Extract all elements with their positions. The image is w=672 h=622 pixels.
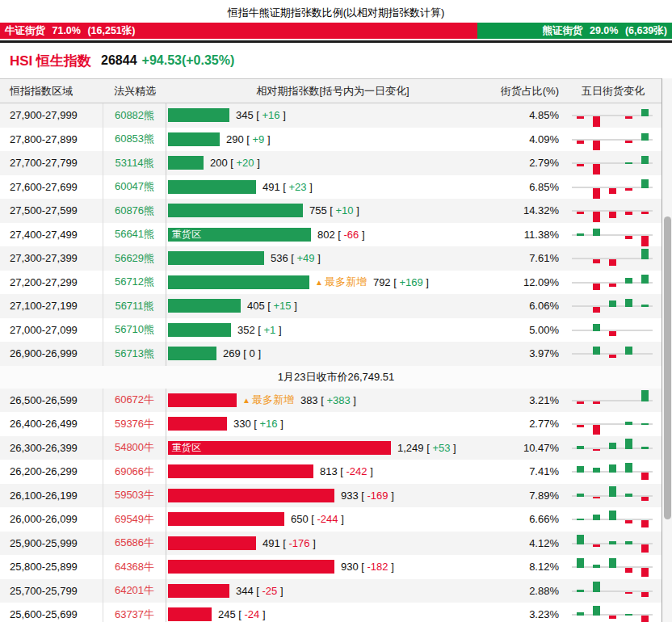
spark-bar xyxy=(593,606,600,616)
warrant-code[interactable]: 56629熊 xyxy=(103,246,166,271)
warrant-code[interactable]: 60853熊 xyxy=(103,128,166,152)
warrant-code[interactable]: 59503牛 xyxy=(103,484,166,508)
warrant-code[interactable]: 60047熊 xyxy=(103,175,166,200)
oi-change: +10 xyxy=(336,204,354,216)
contracts-cell: 200 [ +20 ] xyxy=(166,156,499,170)
oi-value: 650 [ -244 ] xyxy=(291,513,344,525)
table-row[interactable]: 27,200-27,29956712熊▲最多新增792 [ +169 ]12.0… xyxy=(0,271,672,295)
bull-ratio-pct: 71.0% xyxy=(52,25,80,36)
warrant-code[interactable]: 69066牛 xyxy=(103,460,166,484)
spark-bar xyxy=(641,305,649,307)
table-row[interactable]: 26,100-26,19959503牛933 [ -169 ]7.89% xyxy=(0,484,672,508)
spark-bar xyxy=(625,162,632,165)
five-day-chart xyxy=(565,271,661,295)
warrant-code[interactable]: 60882熊 xyxy=(103,103,166,128)
five-day-chart xyxy=(565,484,661,508)
contracts-cell: ▲最多新增792 [ +169 ] xyxy=(166,275,499,289)
warrant-code[interactable]: 65686牛 xyxy=(103,532,166,556)
table-row[interactable]: 27,300-27,39956629熊536 [ +49 ]7.61% xyxy=(0,246,672,271)
range-cell: 25,900-25,999 xyxy=(0,532,103,556)
spark-bar xyxy=(641,520,649,527)
bear-ratio-segment: 熊证街货 29.0% (6,639张) xyxy=(477,23,672,39)
bull-ratio-label: 牛证街货 xyxy=(5,25,45,36)
oi-change: -24 xyxy=(245,608,260,620)
table-row[interactable]: 26,500-26,59960672牛▲最多新增383 [ +383 ]3.21… xyxy=(0,389,672,413)
spark-chart xyxy=(572,557,653,577)
table-row[interactable]: 26,900-26,99956713熊269 [ 0 ]3.97% xyxy=(0,342,672,366)
street-pct: 7.89% xyxy=(499,490,565,502)
warrant-code[interactable]: 60876熊 xyxy=(103,199,166,223)
warrant-code[interactable]: 59376牛 xyxy=(103,412,166,436)
warrant-code[interactable]: 64368牛 xyxy=(103,555,166,579)
warrant-code[interactable]: 69549牛 xyxy=(103,507,166,532)
spark-bar xyxy=(609,511,616,520)
spark-chart xyxy=(572,390,653,410)
table-row[interactable]: 27,800-27,89960853熊290 [ +9 ]4.09% xyxy=(0,128,672,152)
warrant-code[interactable]: 56713熊 xyxy=(103,342,166,366)
oi-value: 536 [ +49 ] xyxy=(271,252,321,264)
spark-bar xyxy=(625,541,632,544)
spark-bar xyxy=(593,284,600,291)
spark-bar xyxy=(641,544,649,553)
warrant-code[interactable]: 60672牛 xyxy=(103,389,166,413)
table-row[interactable]: 27,500-27,59960876熊755 [ +10 ]14.32% xyxy=(0,199,672,223)
spark-bar xyxy=(609,355,616,358)
index-summary: HSI 恒生指数 26844 +94.53(+0.35%) xyxy=(0,43,672,78)
table-row[interactable]: 27,000-27,09956710熊352 [ +1 ]5.00% xyxy=(0,318,672,343)
table-row[interactable]: 27,700-27,79953114熊200 [ +20 ]2.79% xyxy=(0,151,672,175)
spark-bar xyxy=(625,439,632,448)
street-pct: 2.79% xyxy=(499,157,565,169)
street-pct: 6.66% xyxy=(499,513,565,525)
oi-value: 383 [ +383 ] xyxy=(300,394,356,406)
spark-bar xyxy=(641,592,649,598)
range-cell: 27,000-27,099 xyxy=(0,318,103,343)
spark-bar xyxy=(593,259,600,263)
five-day-chart xyxy=(565,294,661,318)
five-day-chart xyxy=(565,436,661,460)
oi-change: -176 xyxy=(289,537,310,549)
scrollbar-thumb[interactable] xyxy=(664,216,671,519)
table-row[interactable]: 26,400-26,49959376牛330 [ +16 ]2.77% xyxy=(0,412,672,436)
warrant-code[interactable]: 56711熊 xyxy=(103,294,166,318)
warrant-code[interactable]: 54800牛 xyxy=(103,436,166,460)
table-row[interactable]: 26,000-26,09969549牛650 [ -244 ]6.66% xyxy=(0,507,672,532)
table-row[interactable]: 27,400-27,49956641熊重货区802 [ -66 ]11.38% xyxy=(0,223,672,247)
warrant-code[interactable]: 53114熊 xyxy=(103,151,166,175)
contracts-cell: 536 [ +49 ] xyxy=(166,251,499,265)
oi-change: +383 xyxy=(326,394,350,406)
spark-bar xyxy=(593,565,600,568)
spark-chart xyxy=(572,129,653,149)
table-row[interactable]: 27,600-27,69960047熊491 [ +23 ]6.85% xyxy=(0,175,672,200)
range-cell: 27,500-27,599 xyxy=(0,199,103,223)
spark-bar xyxy=(593,164,600,174)
warrant-code[interactable]: 63737牛 xyxy=(103,603,166,622)
spark-chart xyxy=(572,200,653,221)
table-row[interactable]: 27,900-27,99960882熊345 [ +16 ]4.85% xyxy=(0,103,672,128)
table-row[interactable]: 27,100-27,19956711熊405 [ +15 ]6.06% xyxy=(0,294,672,318)
spark-bar xyxy=(625,278,632,284)
warrant-code[interactable]: 64201牛 xyxy=(103,579,166,603)
oi-value: 755 [ +10 ] xyxy=(309,204,359,216)
range-cell: 25,800-25,899 xyxy=(0,555,103,579)
vertical-scrollbar[interactable] xyxy=(662,78,672,622)
contracts-cell: ▲最多新增383 [ +383 ] xyxy=(166,393,499,407)
table-row[interactable]: 26,200-26,29969066牛813 [ -242 ]7.41% xyxy=(0,460,672,484)
table-row[interactable]: 25,800-25,89964368牛930 [ -182 ]8.12% xyxy=(0,555,672,579)
spark-bar xyxy=(593,401,600,404)
oi-bar: 重货区 xyxy=(168,441,391,455)
table-row[interactable]: 25,600-25,69963737牛245 [ -24 ]3.23% xyxy=(0,603,672,622)
most-added-label: ▲最多新增 xyxy=(315,275,367,289)
oi-bar xyxy=(168,417,227,431)
oi-bar xyxy=(168,489,334,502)
spark-bar xyxy=(625,568,632,573)
table-row[interactable]: 25,900-25,99965686牛491 [ -176 ]4.12% xyxy=(0,532,672,556)
warrant-code[interactable]: 56641熊 xyxy=(103,223,166,247)
warrant-code[interactable]: 56712熊 xyxy=(103,271,166,295)
oi-value: 802 [ -66 ] xyxy=(317,229,365,241)
table-row[interactable]: 26,300-26,39954800牛重货区1,249 [ +53 ]10.47… xyxy=(0,436,672,460)
spark-chart xyxy=(572,509,653,529)
oi-bar xyxy=(168,299,241,313)
warrant-code[interactable]: 56710熊 xyxy=(103,318,166,343)
spark-bar xyxy=(641,179,649,188)
table-row[interactable]: 25,700-25,79964201牛344 [ -25 ]2.88% xyxy=(0,579,672,603)
